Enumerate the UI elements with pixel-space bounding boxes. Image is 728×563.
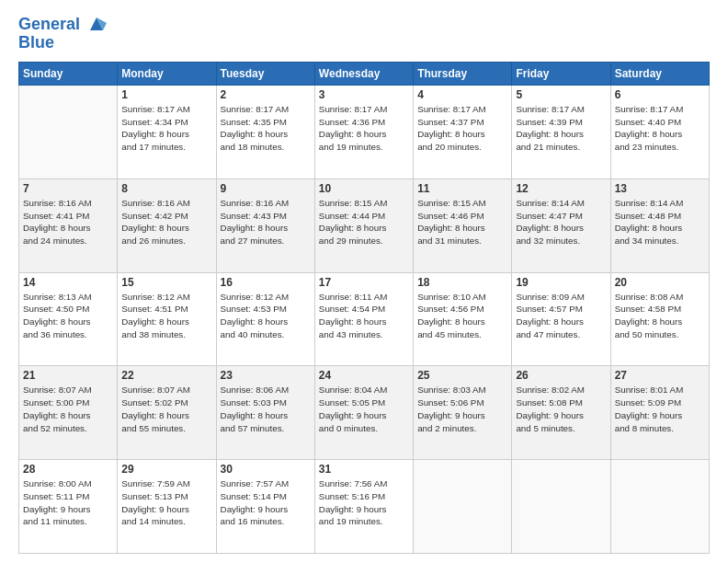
calendar-day-cell: 10Sunrise: 8:15 AMSunset: 4:44 PMDayligh… — [314, 178, 413, 272]
day-number: 5 — [516, 88, 606, 101]
calendar-week-row: 1Sunrise: 8:17 AMSunset: 4:34 PMDaylight… — [19, 86, 710, 179]
day-number: 9 — [221, 182, 311, 195]
day-number: 30 — [221, 463, 311, 476]
calendar-day-header: Friday — [512, 63, 610, 86]
calendar-day-cell — [512, 460, 610, 554]
day-info: Sunrise: 8:04 AMSunset: 5:05 PMDaylight:… — [319, 384, 409, 434]
page: General Blue SundayMondayTuesdayWednesda… — [0, 0, 728, 563]
day-number: 8 — [121, 182, 211, 195]
day-info: Sunrise: 8:10 AMSunset: 4:56 PMDaylight:… — [417, 291, 507, 341]
calendar-week-row: 14Sunrise: 8:13 AMSunset: 4:50 PMDayligh… — [19, 272, 710, 366]
day-info: Sunrise: 8:11 AMSunset: 4:54 PMDaylight:… — [319, 291, 409, 341]
calendar-day-cell: 5Sunrise: 8:17 AMSunset: 4:39 PMDaylight… — [512, 86, 610, 179]
day-number: 28 — [23, 463, 113, 476]
day-info: Sunrise: 8:00 AMSunset: 5:11 PMDaylight:… — [23, 477, 113, 528]
calendar-day-cell: 16Sunrise: 8:12 AMSunset: 4:53 PMDayligh… — [216, 272, 314, 366]
day-info: Sunrise: 8:13 AMSunset: 4:50 PMDaylight:… — [23, 291, 113, 341]
calendar-day-header: Tuesday — [216, 63, 314, 86]
calendar-day-cell: 27Sunrise: 8:01 AMSunset: 5:09 PMDayligh… — [610, 366, 709, 460]
calendar-day-cell: 11Sunrise: 8:15 AMSunset: 4:46 PMDayligh… — [414, 178, 512, 272]
calendar-day-cell: 30Sunrise: 7:57 AMSunset: 5:14 PMDayligh… — [216, 460, 314, 554]
day-info: Sunrise: 7:56 AMSunset: 5:16 PMDaylight:… — [319, 477, 409, 528]
day-number: 11 — [417, 182, 507, 195]
calendar-day-cell: 18Sunrise: 8:10 AMSunset: 4:56 PMDayligh… — [414, 272, 512, 366]
day-info: Sunrise: 7:57 AMSunset: 5:14 PMDaylight:… — [221, 477, 311, 528]
calendar-day-cell — [610, 460, 709, 554]
calendar-day-header: Sunday — [19, 63, 118, 86]
calendar-day-cell: 22Sunrise: 8:07 AMSunset: 5:02 PMDayligh… — [118, 366, 216, 460]
day-number: 15 — [121, 276, 211, 289]
calendar-day-cell: 14Sunrise: 8:13 AMSunset: 4:50 PMDayligh… — [19, 272, 118, 366]
day-info: Sunrise: 8:17 AMSunset: 4:40 PMDaylight:… — [615, 103, 705, 154]
day-number: 10 — [319, 182, 409, 195]
calendar-day-cell: 12Sunrise: 8:14 AMSunset: 4:47 PMDayligh… — [512, 178, 610, 272]
day-info: Sunrise: 8:08 AMSunset: 4:58 PMDaylight:… — [615, 291, 705, 341]
calendar-day-header: Wednesday — [314, 63, 413, 86]
calendar-day-cell: 20Sunrise: 8:08 AMSunset: 4:58 PMDayligh… — [610, 272, 709, 366]
day-number: 25 — [417, 369, 507, 382]
day-number: 2 — [221, 88, 311, 101]
day-number: 12 — [516, 182, 606, 195]
day-info: Sunrise: 8:01 AMSunset: 5:09 PMDaylight:… — [615, 384, 705, 434]
calendar-day-cell: 3Sunrise: 8:17 AMSunset: 4:36 PMDaylight… — [314, 86, 413, 179]
calendar-day-header: Saturday — [610, 63, 709, 86]
logo-text: General — [18, 15, 107, 34]
calendar-table: SundayMondayTuesdayWednesdayThursdayFrid… — [18, 62, 710, 554]
calendar-day-cell: 15Sunrise: 8:12 AMSunset: 4:51 PMDayligh… — [118, 272, 216, 366]
calendar-day-cell: 13Sunrise: 8:14 AMSunset: 4:48 PMDayligh… — [610, 178, 709, 272]
day-info: Sunrise: 8:16 AMSunset: 4:42 PMDaylight:… — [121, 197, 211, 247]
day-info: Sunrise: 8:17 AMSunset: 4:35 PMDaylight:… — [221, 103, 311, 154]
calendar-day-header: Thursday — [414, 63, 512, 86]
day-number: 26 — [516, 369, 606, 382]
day-number: 13 — [615, 182, 705, 195]
day-number: 24 — [319, 369, 409, 382]
day-number: 31 — [319, 463, 409, 476]
day-info: Sunrise: 8:15 AMSunset: 4:44 PMDaylight:… — [319, 197, 409, 247]
day-info: Sunrise: 8:07 AMSunset: 5:02 PMDaylight:… — [121, 384, 211, 434]
logo-general: General — [18, 15, 80, 33]
day-info: Sunrise: 8:02 AMSunset: 5:08 PMDaylight:… — [516, 384, 606, 434]
day-number: 16 — [221, 276, 311, 289]
calendar-day-header: Monday — [118, 63, 216, 86]
day-number: 7 — [23, 182, 113, 195]
day-info: Sunrise: 8:17 AMSunset: 4:39 PMDaylight:… — [516, 103, 606, 154]
day-info: Sunrise: 8:14 AMSunset: 4:47 PMDaylight:… — [516, 197, 606, 247]
day-info: Sunrise: 7:59 AMSunset: 5:13 PMDaylight:… — [121, 477, 211, 528]
calendar-day-cell — [414, 460, 512, 554]
header: General Blue — [18, 15, 710, 52]
day-number: 20 — [615, 276, 705, 289]
day-info: Sunrise: 8:12 AMSunset: 4:51 PMDaylight:… — [121, 291, 211, 341]
logo: General Blue — [18, 15, 107, 52]
day-info: Sunrise: 8:07 AMSunset: 5:00 PMDaylight:… — [23, 384, 113, 434]
calendar-week-row: 28Sunrise: 8:00 AMSunset: 5:11 PMDayligh… — [19, 460, 710, 554]
calendar-day-cell: 7Sunrise: 8:16 AMSunset: 4:41 PMDaylight… — [19, 178, 118, 272]
day-info: Sunrise: 8:14 AMSunset: 4:48 PMDaylight:… — [615, 197, 705, 247]
day-number: 17 — [319, 276, 409, 289]
calendar-day-cell: 28Sunrise: 8:00 AMSunset: 5:11 PMDayligh… — [19, 460, 118, 554]
day-number: 22 — [121, 369, 211, 382]
day-number: 18 — [417, 276, 507, 289]
day-number: 23 — [221, 369, 311, 382]
day-number: 29 — [121, 463, 211, 476]
day-info: Sunrise: 8:16 AMSunset: 4:43 PMDaylight:… — [221, 197, 311, 247]
day-info: Sunrise: 8:17 AMSunset: 4:37 PMDaylight:… — [417, 103, 507, 154]
calendar-day-cell: 6Sunrise: 8:17 AMSunset: 4:40 PMDaylight… — [610, 86, 709, 179]
calendar-week-row: 7Sunrise: 8:16 AMSunset: 4:41 PMDaylight… — [19, 178, 710, 272]
calendar-day-cell — [19, 86, 118, 179]
calendar-day-cell: 26Sunrise: 8:02 AMSunset: 5:08 PMDayligh… — [512, 366, 610, 460]
calendar-day-cell: 8Sunrise: 8:16 AMSunset: 4:42 PMDaylight… — [118, 178, 216, 272]
day-info: Sunrise: 8:06 AMSunset: 5:03 PMDaylight:… — [221, 384, 311, 434]
calendar-day-cell: 1Sunrise: 8:17 AMSunset: 4:34 PMDaylight… — [118, 86, 216, 179]
calendar-day-cell: 29Sunrise: 7:59 AMSunset: 5:13 PMDayligh… — [118, 460, 216, 554]
calendar-day-cell: 31Sunrise: 7:56 AMSunset: 5:16 PMDayligh… — [314, 460, 413, 554]
day-info: Sunrise: 8:17 AMSunset: 4:36 PMDaylight:… — [319, 103, 409, 154]
calendar-day-cell: 19Sunrise: 8:09 AMSunset: 4:57 PMDayligh… — [512, 272, 610, 366]
day-number: 27 — [615, 369, 705, 382]
day-info: Sunrise: 8:03 AMSunset: 5:06 PMDaylight:… — [417, 384, 507, 434]
calendar-day-cell: 2Sunrise: 8:17 AMSunset: 4:35 PMDaylight… — [216, 86, 314, 179]
calendar-day-cell: 24Sunrise: 8:04 AMSunset: 5:05 PMDayligh… — [314, 366, 413, 460]
day-info: Sunrise: 8:12 AMSunset: 4:53 PMDaylight:… — [221, 291, 311, 341]
calendar-week-row: 21Sunrise: 8:07 AMSunset: 5:00 PMDayligh… — [19, 366, 710, 460]
day-info: Sunrise: 8:16 AMSunset: 4:41 PMDaylight:… — [23, 197, 113, 247]
day-info: Sunrise: 8:17 AMSunset: 4:34 PMDaylight:… — [121, 103, 211, 154]
